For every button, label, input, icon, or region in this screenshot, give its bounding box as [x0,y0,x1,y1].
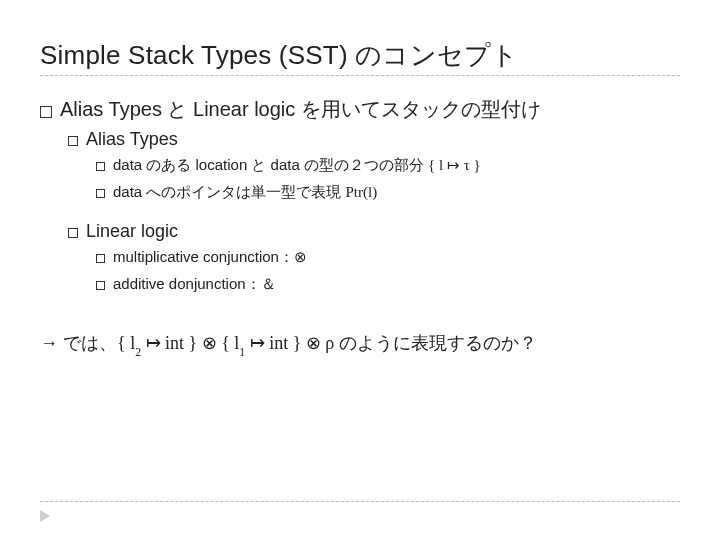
footer-marker-icon [40,510,50,522]
tensor-symbol: ⊗ [306,333,321,353]
arrow-text: → では、 [40,333,117,353]
formula: { l ↦ τ } [428,157,481,173]
bullet-level1-text: Alias Types と Linear logic を用いてスタックの型付け [60,96,541,123]
formula: { l1 ↦ int } [217,333,306,353]
bullet-level3-text: data のある location と data の型の２つの部分 { l ↦ … [113,154,481,177]
title-container: Simple Stack Types (SST) のコンセプト [40,30,680,76]
text-pre: data へのポインタは単一型で表現 [113,183,346,200]
slide: Simple Stack Types (SST) のコンセプト Alias Ty… [0,0,720,540]
slide-body: Alias Types と Linear logic を用いてスタックの型付け … [40,86,680,357]
bullet-level2-text: Linear logic [86,221,178,242]
bullet-box-icon [96,189,105,198]
formula: Ptr(l) [346,184,378,200]
bullet-box-icon [96,254,105,263]
bullet-level3: additive donjunction：＆ [96,273,680,296]
formula: { l2 ↦ int } [117,333,202,353]
bullet-level2-linear: Linear logic [68,221,680,242]
bullet-level3-text: additive donjunction：＆ [113,273,276,296]
bullet-level3: multiplicative conjunction：⊗ [96,246,680,269]
bullet-level2-alias: Alias Types [68,129,680,150]
bullet-box-icon [96,281,105,290]
bullet-box-icon [96,162,105,171]
bullet-level3-text: multiplicative conjunction：⊗ [113,246,307,269]
slide-title: Simple Stack Types (SST) のコンセプト [40,38,680,73]
bullet-level3: data へのポインタは単一型で表現 Ptr(l) [96,181,680,204]
bullet-box-icon [68,228,78,238]
bullet-level1: Alias Types と Linear logic を用いてスタックの型付け [40,96,680,123]
bullet-level2-text: Alias Types [86,129,178,150]
footer-divider [40,501,680,502]
tail-text: のように表現するのか？ [334,333,537,353]
bullet-level3-text: data へのポインタは単一型で表現 Ptr(l) [113,181,377,204]
conclusion-line: → では、{ l2 ↦ int } ⊗ { l1 ↦ int } ⊗ ρ のよう… [40,331,680,357]
bullet-box-icon [68,136,78,146]
text-pre: data のある location と data の型の２つの部分 [113,156,428,173]
rho-symbol: ρ [321,333,334,353]
bullet-box-icon [40,106,52,118]
bullet-level3: data のある location と data の型の２つの部分 { l ↦ … [96,154,680,177]
tensor-symbol: ⊗ [202,333,217,353]
